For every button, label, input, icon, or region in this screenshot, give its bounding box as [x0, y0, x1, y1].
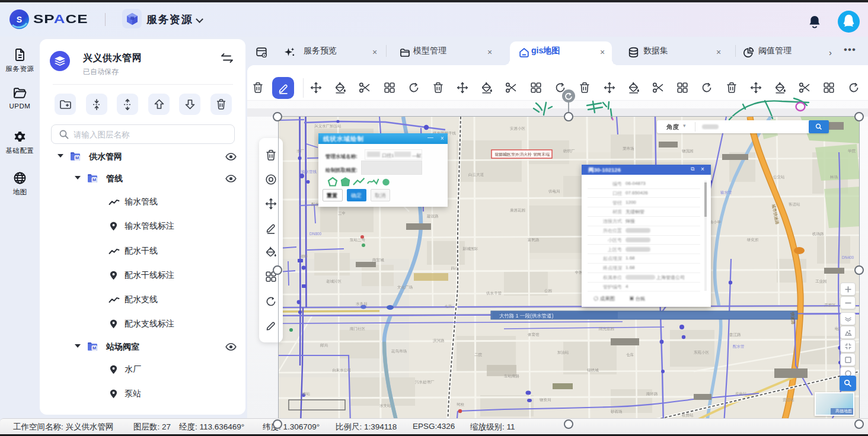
svg-text:M: M [75, 155, 79, 161]
svg-text:S: S [17, 15, 22, 24]
svg-text:M: M [92, 345, 96, 351]
svg-text:M: M [92, 177, 96, 182]
